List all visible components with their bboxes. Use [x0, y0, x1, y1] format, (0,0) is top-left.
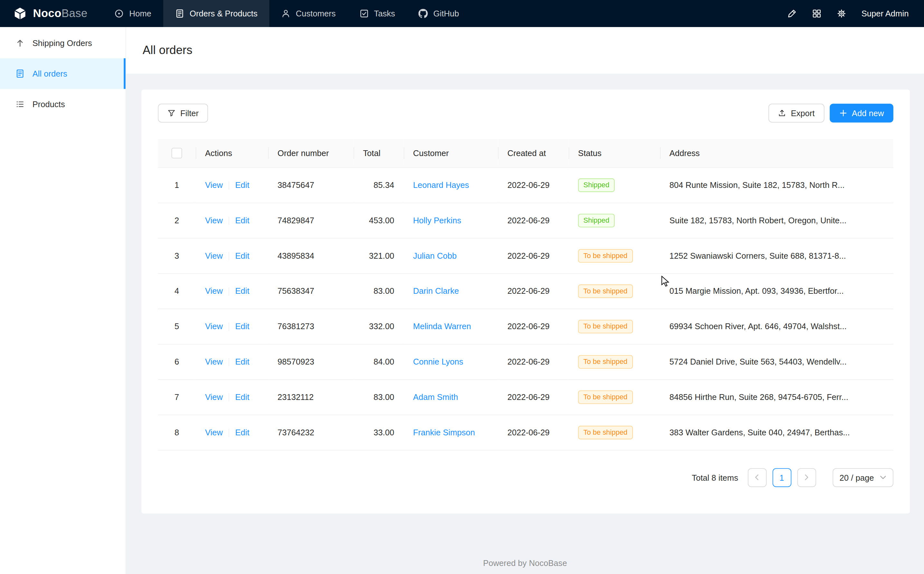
navbar-actions: Super Admin [787, 0, 924, 27]
view-link[interactable]: View [205, 216, 223, 225]
customer-link[interactable]: Julian Cobb [413, 251, 456, 260]
nav-item-tasks[interactable]: Tasks [347, 0, 407, 27]
order-number-cell: 43895834 [268, 238, 354, 273]
edit-link[interactable]: Edit [235, 357, 249, 366]
settings-gear-icon[interactable] [837, 9, 846, 18]
row-index: 5 [158, 309, 196, 344]
sidebar-item-label: Products [33, 99, 65, 109]
pagination-prev-button[interactable] [747, 468, 766, 487]
list-icon [16, 99, 25, 109]
sidebar-item-products[interactable]: Products [0, 89, 126, 119]
created-at-cell: 2022-06-29 [498, 344, 569, 379]
status-cell: To be shipped [569, 379, 660, 415]
nav-item-customers[interactable]: Customers [269, 0, 347, 27]
select-all-header [158, 139, 196, 167]
nav-item-github[interactable]: GitHub [407, 0, 471, 27]
action-divider [229, 429, 229, 437]
total-cell: 85.34 [354, 167, 404, 203]
page-header: All orders [126, 27, 924, 74]
status-badge: To be shipped [578, 390, 633, 404]
status-cell: Shipped [569, 203, 660, 238]
sidebar: Shipping Orders All orders Products [0, 27, 126, 574]
row-index: 1 [158, 167, 196, 203]
address-cell: Suite 182, 15783, North Robert, Oregon, … [660, 203, 893, 238]
edit-link[interactable]: Edit [235, 251, 249, 260]
table-row: 4 ViewEdit 75638347 83.00 Darin Clarke 2… [158, 273, 893, 309]
main-content: All orders Filter Export [126, 27, 924, 574]
pagination-page-1[interactable]: 1 [772, 468, 791, 487]
plugins-grid-icon[interactable] [812, 9, 821, 18]
nocobase-logo-icon [13, 6, 27, 20]
table-row: 3 ViewEdit 43895834 321.00 Julian Cobb 2… [158, 238, 893, 273]
add-new-button[interactable]: Add new [829, 104, 893, 123]
address-cell: 1252 Swaniawski Corners, Suite 688, 8137… [660, 238, 893, 273]
orders-products-icon [175, 9, 184, 18]
table-row: 7 ViewEdit 23132112 83.00 Adam Smith 202… [158, 379, 893, 415]
filter-button[interactable]: Filter [158, 104, 208, 123]
export-button[interactable]: Export [769, 104, 824, 123]
pagination-next-button[interactable] [797, 468, 816, 487]
customer-link[interactable]: Darin Clarke [413, 286, 459, 296]
sidebar-item-label: Shipping Orders [33, 38, 92, 47]
created-at-cell: 2022-06-29 [498, 167, 569, 203]
total-cell: 84.00 [354, 344, 404, 379]
customer-link[interactable]: Melinda Warren [413, 322, 471, 331]
row-actions: ViewEdit [196, 238, 268, 273]
total-cell: 83.00 [354, 379, 404, 415]
table-row: 8 ViewEdit 73764232 33.00 Frankie Simpso… [158, 415, 893, 450]
view-link[interactable]: View [205, 286, 223, 295]
total-cell: 321.00 [354, 238, 404, 273]
action-divider [229, 217, 229, 225]
view-link[interactable]: View [205, 251, 223, 260]
highlighter-icon[interactable] [787, 9, 796, 18]
status-badge: To be shipped [578, 320, 633, 333]
table-row: 1 ViewEdit 38475647 85.34 Leonard Hayes … [158, 167, 893, 203]
order-number-cell: 73764232 [268, 415, 354, 450]
filter-button-label: Filter [180, 109, 199, 118]
nocobase-logo[interactable]: NocoBase [0, 0, 103, 27]
created-at-cell: 2022-06-29 [498, 415, 569, 450]
created-at-cell: 2022-06-29 [498, 379, 569, 415]
edit-link[interactable]: Edit [235, 392, 249, 402]
page-size-select[interactable]: 20 / page [832, 468, 893, 487]
user-menu[interactable]: Super Admin [862, 9, 909, 18]
view-link[interactable]: View [205, 180, 223, 189]
status-cell: To be shipped [569, 309, 660, 344]
customer-link[interactable]: Leonard Hayes [413, 180, 469, 189]
edit-link[interactable]: Edit [235, 180, 249, 189]
top-navbar: NocoBase Home Orders & Products Customer… [0, 0, 924, 27]
table-header-row: Actions Order number Total Customer Crea… [158, 139, 893, 167]
edit-link[interactable]: Edit [235, 427, 249, 437]
view-link[interactable]: View [205, 427, 223, 437]
total-cell: 332.00 [354, 309, 404, 344]
nav-item-home[interactable]: Home [103, 0, 163, 27]
status-badge: To be shipped [578, 284, 633, 298]
edit-link[interactable]: Edit [235, 216, 249, 225]
powered-by-footer: Powered by NocoBase [126, 558, 924, 568]
total-cell: 453.00 [354, 203, 404, 238]
status-badge: Shipped [578, 214, 615, 227]
select-all-checkbox[interactable] [172, 148, 182, 158]
edit-link[interactable]: Edit [235, 286, 249, 295]
created-at-cell: 2022-06-29 [498, 238, 569, 273]
row-actions: ViewEdit [196, 379, 268, 415]
customer-cell: Melinda Warren [404, 309, 498, 344]
column-header-created-at: Created at [498, 139, 569, 167]
view-link[interactable]: View [205, 322, 223, 331]
pagination-total: Total 8 items [692, 473, 738, 482]
view-link[interactable]: View [205, 392, 223, 402]
customer-link[interactable]: Holly Perkins [413, 216, 461, 225]
sidebar-item-all-orders[interactable]: All orders [0, 58, 126, 89]
edit-link[interactable]: Edit [235, 322, 249, 331]
view-link[interactable]: View [205, 357, 223, 366]
status-badge: To be shipped [578, 425, 633, 439]
chevron-down-icon [880, 474, 886, 480]
row-actions: ViewEdit [196, 309, 268, 344]
top-nav-menu: Home Orders & Products Customers Tasks [103, 0, 471, 27]
sidebar-item-shipping-orders[interactable]: Shipping Orders [0, 28, 126, 58]
nav-item-orders-products[interactable]: Orders & Products [163, 0, 270, 27]
customer-link[interactable]: Connie Lyons [413, 357, 463, 366]
customer-link[interactable]: Frankie Simpson [413, 427, 475, 437]
customer-link[interactable]: Adam Smith [413, 392, 458, 402]
nav-label: Orders & Products [190, 9, 257, 18]
